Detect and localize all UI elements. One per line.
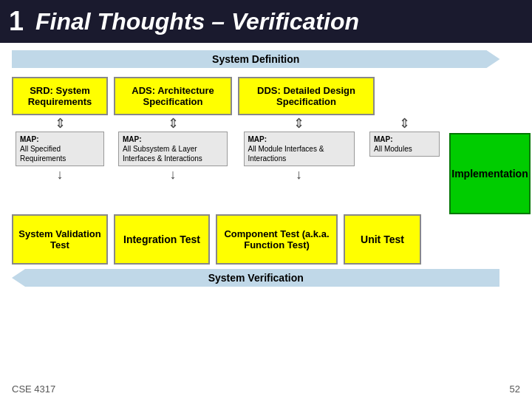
arrow-3b: ↓ xyxy=(296,168,302,181)
footer: CSE 4317 52 xyxy=(12,383,520,395)
map-box-1: MAP: All Specified Requirements xyxy=(16,132,104,166)
system-definition-banner: System Definition xyxy=(12,50,499,68)
ads-box: ADS: Architecture Specification xyxy=(114,77,232,115)
page-number: 52 xyxy=(510,383,520,395)
arrow-4: ⇕ xyxy=(399,117,410,130)
map-box-4: MAP: All Modules xyxy=(369,132,440,157)
header: 1 Final Thoughts – Verification xyxy=(0,0,532,43)
slide-number: 1 xyxy=(9,8,24,35)
implementation-box: Implementation xyxy=(449,133,531,214)
dds-box: DDS: Detailed Design Specification xyxy=(238,77,375,115)
header-title: Final Thoughts – Verification xyxy=(35,8,359,35)
arrow-1b: ↓ xyxy=(57,168,64,181)
map-box-3: MAP: All Module Interfaces & Interaction… xyxy=(244,132,355,166)
course-label: CSE 4317 xyxy=(12,383,55,395)
it-box: Integration Test xyxy=(114,214,210,265)
srd-box: SRD: System Requirements xyxy=(12,77,108,115)
map-box-2: MAP: All Subsystem & Layer Interfaces & … xyxy=(118,132,228,166)
svt-box: System Validation Test xyxy=(12,214,108,265)
arrow-2: ⇕ xyxy=(168,117,179,130)
arrow-2b: ↓ xyxy=(170,168,177,181)
ut-box: Unit Test xyxy=(344,214,421,265)
arrow-1: ⇕ xyxy=(55,117,66,130)
arrow-3: ⇕ xyxy=(293,117,304,130)
ct-box: Component Test (a.k.a. Function Test) xyxy=(216,214,338,265)
system-verification-banner: System Verification xyxy=(12,269,499,287)
